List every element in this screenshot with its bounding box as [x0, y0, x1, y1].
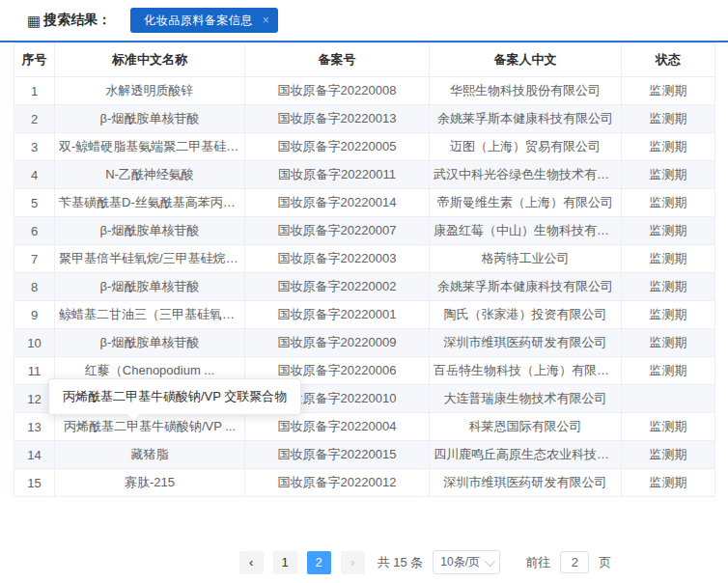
cell-index: 6 — [14, 217, 55, 245]
cell-index: 3 — [14, 133, 55, 161]
cell-filing-number: 国妆原备字20220002 — [245, 273, 430, 301]
cell-filing-number: 国妆原备字20220012 — [245, 469, 430, 497]
cell-standard-chinese-name[interactable]: β-烟酰胺单核苷酸 — [55, 105, 245, 133]
cell-registrant: 百岳特生物科技（上海）有限公司 — [430, 357, 622, 385]
cell-status: 监测期 — [622, 189, 715, 217]
table-row: 10β-烟酰胺单核苷酸国妆原备字20220009深圳市维琪医药研发有限公司监测期 — [14, 329, 715, 357]
cell-index: 14 — [14, 441, 55, 469]
table-header-row: 序号 标准中文名称 备案号 备案人中文 状态 — [14, 43, 715, 77]
tooltip: 丙烯酰基二甲基牛磺酸钠/VP 交联聚合物 — [48, 378, 301, 415]
cell-index: 8 — [14, 273, 55, 301]
search-results-label: 搜索结果： — [43, 12, 111, 29]
cell-filing-number: 国妆原备字20220005 — [245, 133, 430, 161]
table-row: 13丙烯酰基二甲基牛磺酸钠/VP ...国妆原备字20220004科莱恩国际有限… — [14, 413, 715, 441]
cell-status: 监测期 — [622, 273, 715, 301]
table-row: 15寡肽-215国妆原备字20220012深圳市维琪医药研发有限公司监测期 — [14, 469, 715, 497]
cell-status: 监测期 — [622, 77, 715, 105]
column-header-registrant-chinese: 备案人中文 — [430, 43, 622, 77]
cell-filing-number: 国妆原备字20220011 — [245, 161, 430, 189]
table-row: 2β-烟酰胺单核苷酸国妆原备字20220013余姚莱孚斯本健康科技有限公司监测期 — [14, 105, 715, 133]
next-page-button[interactable]: › — [341, 551, 365, 574]
cell-filing-number: 国妆原备字20220015 — [245, 441, 430, 469]
column-header-standard-chinese-name: 标准中文名称 — [55, 43, 245, 77]
cell-index: 13 — [14, 413, 55, 441]
cell-status: 监测期 — [622, 133, 715, 161]
cell-status: 监测期 — [622, 105, 715, 133]
jump-page-input[interactable] — [560, 551, 589, 573]
tab-label: 化妆品原料备案信息 — [144, 13, 253, 29]
cell-status: 监测期 — [622, 469, 715, 497]
total-count-label: 共 15 条 — [378, 554, 424, 571]
cell-standard-chinese-name[interactable]: 藏猪脂 — [55, 441, 245, 469]
cell-registrant: 四川鹿鸣丘高原生态农业科技有限... — [430, 441, 622, 469]
jump-prefix-label: 前往 — [525, 554, 550, 571]
column-header-index: 序号 — [14, 43, 55, 77]
close-icon[interactable]: × — [263, 14, 269, 26]
cell-filing-number: 国妆原备字20220001 — [245, 301, 430, 329]
tooltip-text: 丙烯酰基二甲基牛磺酸钠/VP 交联聚合物 — [63, 389, 287, 403]
cell-status: 监测期 — [622, 161, 715, 189]
cell-status: 监测期 — [622, 245, 715, 273]
cell-status: 监测期 — [622, 413, 715, 441]
page-button-1[interactable]: 1 — [273, 551, 297, 574]
cell-registrant: 武汉中科光谷绿色生物技术有限公... — [430, 161, 622, 189]
chevron-down-icon — [485, 555, 495, 566]
cell-status: 监测期 — [622, 217, 715, 245]
page-size-select[interactable]: 10条/页 — [433, 550, 500, 574]
table-row: 6β-烟酰胺单核苷酸国妆原备字20220007康盈红莓（中山）生物科技有限公..… — [14, 217, 715, 245]
page-size-value: 10条/页 — [440, 554, 480, 570]
results-table: 序号 标准中文名称 备案号 备案人中文 状态 1水解透明质酸锌国妆原备字2022… — [14, 42, 715, 497]
table-row: 5苄基磺酰基D-丝氨酰基高苯丙氨...国妆原备字20220014帝斯曼维生素（上… — [14, 189, 715, 217]
cell-filing-number: 国妆原备字20220008 — [245, 77, 430, 105]
cell-standard-chinese-name[interactable]: 鲸蜡基二甘油三（三甲基硅氧基）... — [55, 301, 245, 329]
cell-registrant: 迈图（上海）贸易有限公司 — [430, 133, 622, 161]
tab-cosmetic-raw-material-filing-info[interactable]: 化妆品原料备案信息 × — [130, 8, 278, 33]
prev-page-button[interactable]: ‹ — [239, 551, 264, 574]
cell-status — [622, 385, 715, 413]
cell-filing-number: 国妆原备字20220009 — [245, 329, 430, 357]
cell-registrant: 余姚莱孚斯本健康科技有限公司 — [430, 105, 622, 133]
cell-filing-number: 国妆原备字20220003 — [245, 245, 430, 273]
cell-index: 2 — [14, 105, 55, 133]
cell-index: 10 — [14, 329, 55, 357]
cell-registrant: 科莱恩国际有限公司 — [430, 413, 622, 441]
cell-standard-chinese-name[interactable]: 水解透明质酸锌 — [55, 77, 245, 105]
cell-standard-chinese-name[interactable]: β-烟酰胺单核苷酸 — [55, 217, 245, 245]
cell-standard-chinese-name[interactable]: 寡肽-215 — [55, 469, 245, 497]
page-button-2[interactable]: 2 — [307, 551, 331, 574]
table-row: 8β-烟酰胺单核苷酸国妆原备字20220002余姚莱孚斯本健康科技有限公司监测期 — [14, 273, 715, 301]
cell-registrant: 余姚莱孚斯本健康科技有限公司 — [430, 273, 622, 301]
cell-status: 监测期 — [622, 441, 715, 469]
cell-filing-number: 国妆原备字20220007 — [245, 217, 430, 245]
cell-filing-number: 国妆原备字20220013 — [245, 105, 430, 133]
cell-registrant: 格苪特工业公司 — [430, 245, 622, 273]
cell-registrant: 康盈红莓（中山）生物科技有限公... — [430, 217, 622, 245]
table-row: 14藏猪脂国妆原备字20220015四川鹿鸣丘高原生态农业科技有限...监测期 — [14, 441, 715, 469]
cell-filing-number: 国妆原备字20220014 — [245, 189, 430, 217]
cell-standard-chinese-name[interactable]: 丙烯酰基二甲基牛磺酸钠/VP ... — [55, 413, 245, 441]
column-header-status: 状态 — [622, 43, 715, 77]
cell-filing-number: 国妆原备字20220004 — [245, 413, 430, 441]
cell-standard-chinese-name[interactable]: 聚甲基倍半硅氧烷/三甲基硅烷氧... — [55, 245, 245, 273]
cell-standard-chinese-name[interactable]: β-烟酰胺单核苷酸 — [55, 273, 245, 301]
pagination: ‹ 1 2 › 共 15 条 10条/页 前往 页 — [0, 550, 728, 574]
cell-registrant: 华熙生物科技股份有限公司 — [430, 77, 622, 105]
table-row: 1水解透明质酸锌国妆原备字20220008华熙生物科技股份有限公司监测期 — [14, 77, 715, 105]
table-row: 7聚甲基倍半硅氧烷/三甲基硅烷氧...国妆原备字20220003格苪特工业公司监… — [14, 245, 715, 273]
search-results-header: ▦ 搜索结果： 化妆品原料备案信息 × — [0, 0, 728, 42]
cell-index: 4 — [14, 161, 55, 189]
cell-status: 监测期 — [622, 329, 715, 357]
cell-status: 监测期 — [622, 357, 715, 385]
cell-standard-chinese-name[interactable]: N-乙酰神经氨酸 — [55, 161, 245, 189]
cell-index: 1 — [14, 77, 55, 105]
table-row: 9鲸蜡基二甘油三（三甲基硅氧基）...国妆原备字20220001陶氏（张家港）投… — [14, 301, 715, 329]
table-row: 4N-乙酰神经氨酸国妆原备字20220011武汉中科光谷绿色生物技术有限公...… — [14, 161, 715, 189]
cell-index: 9 — [14, 301, 55, 329]
cell-registrant: 陶氏（张家港）投资有限公司 — [430, 301, 622, 329]
cell-status: 监测期 — [622, 301, 715, 329]
column-header-filing-number: 备案号 — [245, 43, 430, 77]
cell-standard-chinese-name[interactable]: β-烟酰胺单核苷酸 — [55, 329, 245, 357]
results-table-body: 1水解透明质酸锌国妆原备字20220008华熙生物科技股份有限公司监测期2β-烟… — [14, 77, 715, 497]
cell-standard-chinese-name[interactable]: 苄基磺酰基D-丝氨酰基高苯丙氨... — [55, 189, 245, 217]
cell-standard-chinese-name[interactable]: 双-鲸蜡硬脂基氨端聚二甲基硅氧... — [55, 133, 245, 161]
